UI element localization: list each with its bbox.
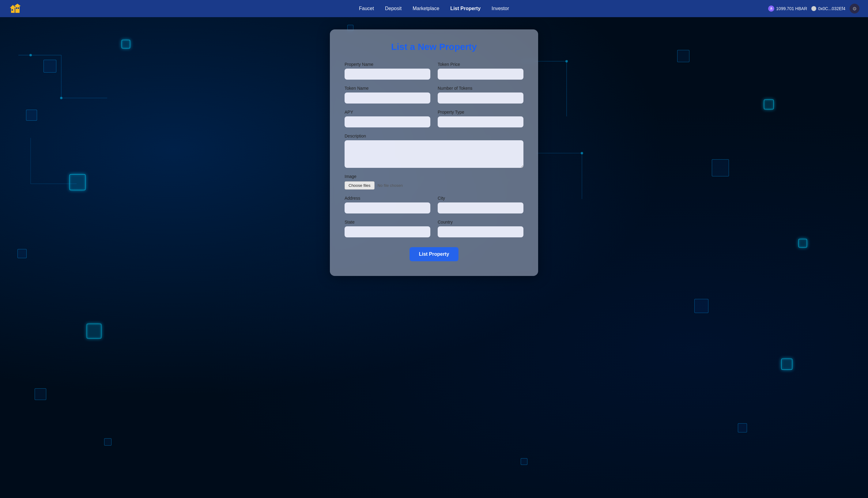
file-input-wrapper: Choose files No file chosen [344,181,524,189]
token-name-input[interactable] [344,92,430,104]
group-num-tokens: Number of Tokens [438,86,524,104]
description-input[interactable] [344,140,524,168]
hbar-icon: ℏ [768,5,774,12]
nav-right: ℏ 1099.701 HBAR 0x0C...032Ef4 ⚙ [768,4,859,13]
nav-list-property[interactable]: List Property [450,6,481,11]
group-description: Description [344,133,524,168]
group-token-price: Token Price [438,62,524,80]
property-name-input[interactable] [344,69,430,80]
description-label: Description [344,133,524,139]
image-section: Image Choose files No file chosen [344,174,524,189]
nav-investor[interactable]: Investor [491,6,509,11]
country-input[interactable] [438,226,524,237]
row-apy-type: APY Property Type [344,110,524,128]
row-address-city: Address City [344,196,524,213]
wallet-addr-text: 0x0C...032Ef4 [818,6,845,11]
main-content: List a New Property Property Name Token … [0,17,868,498]
group-property-name: Property Name [344,62,430,80]
logo [9,2,22,15]
nav-marketplace[interactable]: Marketplace [412,6,439,11]
state-input[interactable] [344,226,430,237]
row-property-token-price: Property Name Token Price [344,62,524,80]
nav-faucet[interactable]: Faucet [359,6,374,11]
choose-files-button[interactable]: Choose files [344,181,374,189]
svg-rect-20 [18,7,19,9]
address-input[interactable] [344,202,430,213]
property-name-label: Property Name [344,62,430,67]
nav-links: Faucet Deposit Marketplace List Property… [359,6,509,11]
wallet-address: 0x0C...032Ef4 [811,6,845,11]
apy-input[interactable] [344,116,430,128]
num-tokens-input[interactable] [438,92,524,104]
svg-rect-18 [12,9,13,11]
svg-rect-15 [15,6,19,13]
group-state: State [344,220,430,237]
nav-deposit[interactable]: Deposit [385,6,402,11]
group-apy: APY [344,110,430,128]
form-title: List a New Property [344,42,524,52]
hbar-balance: ℏ 1099.701 HBAR [768,5,807,12]
form-card: List a New Property Property Name Token … [330,29,538,276]
row-state-country: State Country [344,220,524,237]
city-label: City [438,196,524,201]
group-property-type: Property Type [438,110,524,128]
svg-rect-19 [16,7,17,9]
num-tokens-label: Number of Tokens [438,86,524,91]
image-label: Image [344,174,524,179]
group-country: Country [438,220,524,237]
apy-label: APY [344,110,430,115]
logo-icon [9,2,22,15]
gear-icon: ⚙ [852,6,857,12]
settings-button[interactable]: ⚙ [850,4,859,13]
group-address: Address [344,196,430,213]
token-name-label: Token Name [344,86,430,91]
list-property-button[interactable]: List Property [409,247,459,261]
row-token-name-num: Token Name Number of Tokens [344,86,524,104]
property-type-label: Property Type [438,110,524,115]
city-input[interactable] [438,202,524,213]
navbar: Faucet Deposit Marketplace List Property… [0,0,868,17]
country-label: Country [438,220,524,224]
group-city: City [438,196,524,213]
address-label: Address [344,196,430,201]
file-name-display: No file chosen [378,183,403,188]
token-price-input[interactable] [438,69,524,80]
group-token-name: Token Name [344,86,430,104]
property-type-input[interactable] [438,116,524,128]
hbar-amount: 1099.701 HBAR [776,6,807,11]
token-price-label: Token Price [438,62,524,67]
row-description: Description [344,133,524,168]
wallet-dot-icon [811,6,816,11]
state-label: State [344,220,430,224]
